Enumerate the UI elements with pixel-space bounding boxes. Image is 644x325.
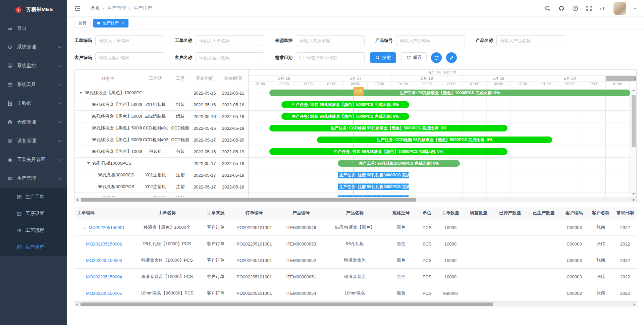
scroll-right-icon[interactable] <box>633 199 635 201</box>
filter-input[interactable] <box>396 35 465 46</box>
gantt-day-stub: 5 <box>606 76 636 81</box>
sidebar-item-master-data[interactable]: 主数据 <box>0 94 67 113</box>
collapse-caret-icon[interactable] <box>87 162 90 164</box>
work-order-link[interactable]: MO202205150005 <box>86 291 122 296</box>
scroll-right-icon[interactable] <box>634 303 635 306</box>
table-row[interactable]: MO202205150003移液盒盒体【10000】PCS客户订单PO20220… <box>74 252 637 269</box>
gantt-vscroll-thumb[interactable] <box>632 95 636 147</box>
collapse-caret-icon[interactable] <box>79 92 82 94</box>
gantt-bar-selected[interactable]: 生产任务: 注塑 96孔孔板3000PCS 完成比例: 0% <box>338 183 409 190</box>
demand-date-field <box>296 52 365 63</box>
work-order-link[interactable]: MO202205150003 <box>86 258 122 263</box>
table-cell: C00003 <box>560 241 588 247</box>
sidebar-item-system-monitor[interactable]: 系统监控 <box>0 56 67 75</box>
sidebar-item-home[interactable]: 首页 <box>0 19 67 38</box>
table-cell: 移液盒盒盖 <box>325 274 385 280</box>
breadcrumb-home[interactable]: 首页 <box>91 5 100 11</box>
menu-fold-icon[interactable] <box>74 6 80 11</box>
search-button[interactable]: 搜索 <box>370 52 396 63</box>
refresh-round-button[interactable] <box>431 52 442 63</box>
gantt-task-row[interactable]: 96孔移液盒【黑色】5000PCSCCD检测#02CCD检测2022-05-17… <box>75 134 248 146</box>
gantt-horizontal-scrollbar[interactable] <box>75 197 636 202</box>
sidebar-item-warehouse[interactable]: 仓储管理 <box>0 113 67 131</box>
gantt-bar-selected[interactable]: 生产任务: 注塑 96孔孔板3000PCS 完成比例: 0% <box>338 172 409 178</box>
tab-close-icon[interactable]: × <box>122 21 124 25</box>
sidebar-item-process-flow[interactable]: 工艺流程 <box>0 222 67 239</box>
gantt-hscroll-thumb[interactable] <box>81 198 416 202</box>
work-order-link[interactable]: MO202205150001 <box>89 225 125 230</box>
demand-date-input[interactable] <box>296 52 365 63</box>
sidebar-item-system-tools[interactable]: 系统工具 <box>0 75 67 94</box>
table-row[interactable]: MO202205150001移液盒【黑色】10000个客户订单PO2022051… <box>74 219 637 236</box>
sidebar-item-work-order[interactable]: 生产工单 <box>0 188 67 205</box>
user-caret-down-icon[interactable] <box>634 8 637 11</box>
sidebar-item-system-admin[interactable]: 系统管理 <box>0 38 67 56</box>
work-order-link[interactable]: MO202205150002 <box>86 241 122 247</box>
gantt-day-label: 5月 16 <box>249 76 320 81</box>
scroll-down-icon[interactable] <box>632 193 635 195</box>
sidebar-submenu-production: 生产工单工序设置工艺流程生产排产 <box>0 188 67 256</box>
gantt-bar-task[interactable]: 生产任务: 包装 96孔移液盒【黑色】10000PCS 完成比例: 0% <box>269 148 507 155</box>
gantt-task-row[interactable]: 96孔移液盒【黑色】5000PCSZ02组装机组装2022-05-162022-… <box>75 111 248 122</box>
gantt-task-row[interactable]: 96孔孔板3000PCSY03注塑机注塑2022-05-172022-05-18 <box>75 193 248 197</box>
table-cell: ITEM00000054 <box>278 291 325 296</box>
gantt-task-row[interactable]: 96孔移液盒【黑色】5000PCSCCD检测#01CCD检测2022-05-16… <box>75 122 248 134</box>
filter-input[interactable] <box>196 52 264 63</box>
sidebar-item-scheduling[interactable]: 生产排产 <box>0 239 67 256</box>
breadcrumb-scheduling[interactable]: 生产排产 <box>133 5 152 11</box>
work-order-link[interactable]: MO202205150004 <box>86 274 122 279</box>
filter-input[interactable] <box>95 52 164 63</box>
filter-field-label: 客户编码 <box>74 55 95 61</box>
gantt-bar-task[interactable]: 生产任务: CCD检测 96孔移液盒【黑色】5000PCS 完成比例: 0% <box>269 125 507 131</box>
gantt-bar-task[interactable]: 生产任务: CCD检测 96孔移液盒【黑色】5000PCS 完成比例: 0% <box>317 137 552 143</box>
breadcrumb-production[interactable]: 生产管理 <box>107 5 126 11</box>
table-cell: PO202205101001 <box>231 225 278 230</box>
chevron-down-icon <box>58 158 62 161</box>
table-row[interactable]: MO20220515000296孔孔板【10000】PCS客户订单PO20220… <box>74 236 637 252</box>
tab-scheduling[interactable]: 生产排产 × <box>93 19 128 28</box>
table-row[interactable]: MO202205150004移液盒盒盖【10000】PCS客户订单PO20220… <box>74 269 637 285</box>
gantt-task-row[interactable]: 96孔移液盒【黑色】5000PCSZ01组装机组装2022-05-162022-… <box>75 99 248 111</box>
scroll-up-icon[interactable] <box>632 90 635 91</box>
gantt-task-row[interactable]: 96孔移液盒【黑色】10000PCS2022-05-162022-05-21 <box>75 87 248 99</box>
table-hscroll-thumb[interactable] <box>80 303 493 306</box>
gantt-task-name: 96孔移液盒【黑色】5000PCS <box>92 137 142 143</box>
filter-input[interactable] <box>296 35 365 46</box>
filter-field-label: 工单名称 <box>175 38 196 44</box>
tab-home[interactable]: 首页 <box>74 19 91 28</box>
gantt-task-row[interactable]: 96孔移液盒【黑色】10000PCS包装机包装2022-05-162022-05… <box>75 146 248 158</box>
user-avatar[interactable] <box>613 2 626 15</box>
question-icon[interactable]: ? <box>572 5 578 11</box>
gantt-bar-task[interactable]: 生产任务: 组装 96孔移液盒【黑色】5000PCS 完成比例: 0% <box>281 101 410 108</box>
gantt-bar-task[interactable]: 生产任务: 组装 96孔移液盒【黑色】5000PCS 完成比例: 0% <box>281 113 410 120</box>
sidebar-item-production[interactable]: 生产管理 <box>0 169 67 188</box>
gantt-bar-order[interactable]: 生产工单: 96孔孔板10000PCS 完成比例: 0% <box>338 160 460 167</box>
fullscreen-icon[interactable] <box>586 5 592 11</box>
sidebar-item-fixture[interactable]: 工装夹具管理 <box>0 150 67 169</box>
sidebar-item-label: 主数据 <box>17 100 59 106</box>
gantt-hour-label: 09:00 <box>344 82 368 87</box>
fontsize-icon[interactable]: TT <box>600 5 606 11</box>
gantt-hour-label: 17:00 <box>511 82 534 87</box>
filter-input[interactable] <box>496 35 565 46</box>
sidebar-item-equipment[interactable]: 设备管理 <box>0 131 67 150</box>
table-horizontal-scrollbar[interactable] <box>74 302 637 307</box>
search-icon[interactable] <box>545 5 551 11</box>
filter-input[interactable] <box>95 35 164 46</box>
sidebar-subitem-label: 工序设置 <box>25 211 44 217</box>
gantt-task-row[interactable]: 96孔孔板3000PCSY01注塑机注塑2022-05-172022-05-18 <box>75 169 248 181</box>
gantt-task-row[interactable]: 96孔孔板3000PCSY02注塑机注塑2022-05-172022-05-18 <box>75 181 248 193</box>
sidebar-item-process-setup[interactable]: 工序设置 <box>0 205 67 222</box>
scroll-left-icon[interactable] <box>76 199 78 201</box>
reset-button[interactable]: 重置 <box>401 52 427 63</box>
edit-round-button[interactable] <box>446 52 457 63</box>
gantt-task-name: 96孔孔板10000PCS <box>92 160 131 166</box>
filter-input[interactable] <box>196 35 264 46</box>
scroll-left-icon[interactable] <box>76 303 77 306</box>
gantt-task-row[interactable]: 96孔孔板10000PCS2022-05-172022-05-19 <box>75 158 248 169</box>
gantt-bar-order[interactable]: 生产工单: 96孔移液盒【黑色】10000PCS 完成比例: 0% <box>269 90 630 96</box>
gantt-vertical-scrollbar[interactable] <box>631 87 636 197</box>
github-icon[interactable] <box>558 5 565 11</box>
expand-chevron-icon[interactable] <box>83 226 86 229</box>
table-row[interactable]: MO20220515000510mm吸头【960000】PCS客户订单PO202… <box>74 285 637 302</box>
